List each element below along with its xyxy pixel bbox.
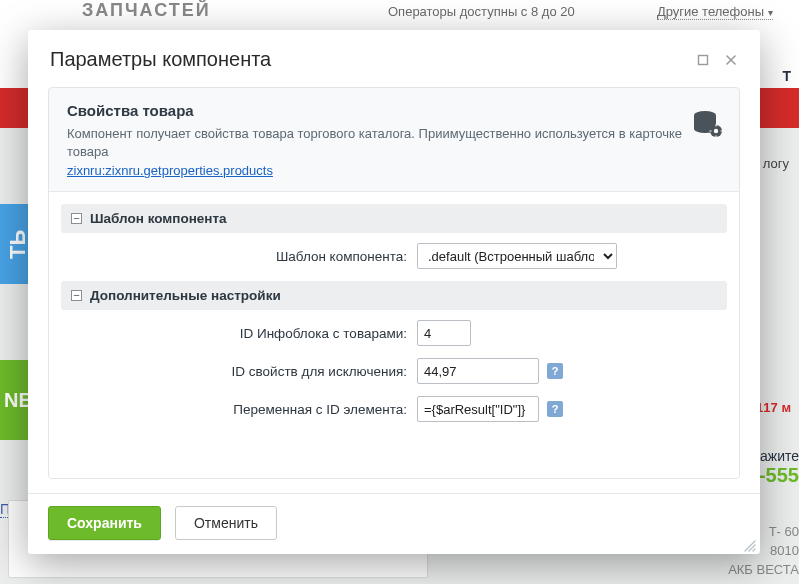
help-icon[interactable]: ? — [547, 363, 563, 379]
help-icon[interactable]: ? — [547, 401, 563, 417]
label-element-var: Переменная с ID элемента: — [61, 402, 417, 417]
component-id-link[interactable]: zixnru:zixnru.getproperties.products — [67, 163, 273, 178]
cancel-button[interactable]: Отменить — [175, 506, 277, 540]
collapse-icon: − — [71, 290, 82, 301]
label-iblock-id: ID Инфоблока с товарами: — [61, 326, 417, 341]
dialog-titlebar[interactable]: Параметры компонента — [28, 30, 760, 87]
maximize-icon[interactable] — [696, 54, 710, 66]
panel-header: Свойства товара Компонент получает свойс… — [49, 88, 739, 191]
svg-point-3 — [714, 129, 718, 133]
row-exclude-ids: ID свойств для исключения: ? — [61, 358, 727, 384]
svg-rect-0 — [699, 55, 708, 64]
component-params-dialog: Параметры компонента Свойства товара Ком… — [28, 30, 760, 554]
panel-title: Свойства товара — [67, 102, 721, 119]
dialog-title: Параметры компонента — [50, 48, 271, 71]
dialog-footer: Сохранить Отменить — [28, 493, 760, 554]
row-template: Шаблон компонента: .default (Встроенный … — [61, 243, 727, 269]
select-template[interactable]: .default (Встроенный шаблон) — [417, 243, 617, 269]
section-template[interactable]: − Шаблон компонента — [61, 204, 727, 233]
database-gear-icon — [693, 110, 723, 142]
collapse-icon: − — [71, 213, 82, 224]
panel-description: Компонент получает свойства товара торго… — [67, 125, 721, 161]
section-template-label: Шаблон компонента — [90, 211, 227, 226]
save-button[interactable]: Сохранить — [48, 506, 161, 540]
row-iblock-id: ID Инфоблока с товарами: — [61, 320, 727, 346]
input-exclude-ids[interactable] — [417, 358, 539, 384]
input-iblock-id[interactable] — [417, 320, 471, 346]
row-element-var: Переменная с ID элемента: ? — [61, 396, 727, 422]
resize-grip-icon[interactable] — [742, 538, 756, 552]
label-exclude-ids: ID свойств для исключения: — [61, 364, 417, 379]
close-icon[interactable] — [724, 54, 738, 66]
section-additional[interactable]: − Дополнительные настройки — [61, 281, 727, 310]
label-template: Шаблон компонента: — [61, 249, 417, 264]
form-area: − Шаблон компонента Шаблон компонента: .… — [49, 191, 739, 478]
input-element-var[interactable] — [417, 396, 539, 422]
panel: Свойства товара Компонент получает свойс… — [48, 87, 740, 479]
section-additional-label: Дополнительные настройки — [90, 288, 281, 303]
